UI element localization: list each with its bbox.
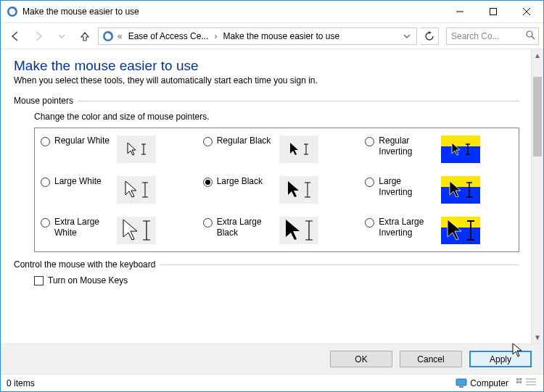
radio-icon xyxy=(203,178,213,187)
mouse-keys-checkbox-row[interactable]: Turn on Mouse Keys xyxy=(34,275,519,285)
radio-icon xyxy=(365,137,374,146)
option-extra-large-black[interactable]: Extra Large Black xyxy=(203,217,351,244)
pointer-swatch xyxy=(117,135,156,163)
option-label: Regular Inverting xyxy=(379,135,437,157)
option-regular-white[interactable]: Regular White xyxy=(41,135,189,163)
status-bar: 0 items Computer xyxy=(1,374,543,391)
option-label: Regular Black xyxy=(217,135,275,146)
svg-rect-4 xyxy=(490,9,497,15)
option-label: Large White xyxy=(54,176,112,187)
radio-icon xyxy=(365,178,374,187)
svg-rect-12 xyxy=(456,379,466,385)
option-large-inverting[interactable]: Large Inverting xyxy=(365,176,513,204)
svg-line-5 xyxy=(523,8,530,15)
breadcrumb-crumb-1[interactable]: Ease of Access Ce... xyxy=(125,28,212,44)
cancel-button[interactable]: Cancel xyxy=(400,351,462,367)
scroll-down-icon[interactable]: ▼ xyxy=(532,331,543,343)
status-computer: Computer xyxy=(456,378,508,388)
svg-rect-15 xyxy=(519,378,522,380)
option-large-white[interactable]: Large White xyxy=(41,176,189,204)
option-label: Regular White xyxy=(54,135,112,146)
button-bar: OK Cancel Apply xyxy=(1,343,543,374)
maximize-button[interactable] xyxy=(477,1,510,22)
view-icons[interactable] xyxy=(516,377,537,389)
group-pointers-title: Mouse pointers xyxy=(14,96,73,106)
svg-rect-14 xyxy=(516,378,519,380)
minimize-button[interactable] xyxy=(443,1,477,22)
scroll-up-icon[interactable]: ▲ xyxy=(532,49,543,62)
search-icon[interactable] xyxy=(526,30,535,42)
radio-icon xyxy=(41,178,50,187)
option-extra-large-white[interactable]: Extra Large White xyxy=(41,217,189,244)
option-label: Extra Large Black xyxy=(217,217,275,238)
app-icon xyxy=(7,6,18,17)
radio-icon xyxy=(41,137,50,146)
option-regular-black[interactable]: Regular Black xyxy=(203,135,351,163)
svg-point-10 xyxy=(527,31,532,37)
checkbox-icon xyxy=(34,276,44,285)
close-button[interactable] xyxy=(510,1,543,22)
option-extra-large-inverting[interactable]: Extra Large Inverting xyxy=(365,217,513,244)
content-area: Make the mouse easier to use When you se… xyxy=(1,49,531,343)
pointer-swatch xyxy=(117,217,156,244)
svg-line-6 xyxy=(523,8,530,15)
status-items: 0 items xyxy=(7,378,35,388)
option-label: Large Black xyxy=(217,176,275,187)
apply-button[interactable]: Apply xyxy=(469,351,532,367)
pointer-swatch xyxy=(441,135,480,163)
breadcrumb[interactable]: « Ease of Access Ce... › Make the mouse … xyxy=(98,28,417,45)
pointer-swatch xyxy=(441,176,480,204)
svg-line-11 xyxy=(532,36,535,39)
refresh-button[interactable] xyxy=(420,28,439,45)
group-mouse-pointers: Mouse pointers Change the color and size… xyxy=(14,96,519,252)
option-label: Large Inverting xyxy=(379,176,437,198)
forward-button[interactable] xyxy=(28,26,49,46)
ok-button[interactable]: OK xyxy=(330,351,392,367)
pointer-swatch xyxy=(117,176,156,204)
pointer-swatch xyxy=(279,176,318,204)
option-label: Extra Large White xyxy=(54,217,112,238)
group-pointers-desc: Change the color and size of mouse point… xyxy=(34,112,519,122)
computer-icon xyxy=(456,378,467,388)
search-input[interactable] xyxy=(450,30,516,42)
svg-marker-9 xyxy=(429,31,432,34)
recent-dropdown-icon[interactable] xyxy=(51,26,72,46)
radio-icon xyxy=(365,218,374,228)
chevron-right-icon[interactable]: › xyxy=(213,31,218,41)
svg-rect-17 xyxy=(519,381,522,383)
pointer-options-box: Regular White Regular Black xyxy=(34,128,519,252)
pointer-swatch xyxy=(279,135,318,163)
search-box[interactable] xyxy=(446,28,539,45)
page-subtitle: When you select these tools, they will a… xyxy=(14,75,519,86)
svg-rect-13 xyxy=(459,386,463,388)
svg-rect-16 xyxy=(516,381,519,383)
option-label: Extra Large Inverting xyxy=(379,217,437,238)
navbar: « Ease of Access Ce... › Make the mouse … xyxy=(1,23,543,49)
up-button[interactable] xyxy=(75,26,95,46)
window-title: Make the mouse easier to use xyxy=(22,7,139,17)
option-large-black[interactable]: Large Black xyxy=(203,176,351,204)
titlebar: Make the mouse easier to use xyxy=(1,1,543,23)
back-button[interactable] xyxy=(5,26,25,46)
mouse-keys-label: Turn on Mouse Keys xyxy=(48,275,128,285)
group-keyboard: Control the mouse with the keyboard Turn… xyxy=(14,259,519,285)
pointer-swatch xyxy=(279,217,318,244)
page-title: Make the mouse easier to use xyxy=(14,58,519,74)
radio-icon xyxy=(203,218,213,228)
radio-icon xyxy=(41,218,50,228)
breadcrumb-dropdown-icon[interactable] xyxy=(400,33,413,40)
breadcrumb-crumb-2[interactable]: Make the mouse easier to use xyxy=(220,28,342,44)
option-regular-inverting[interactable]: Regular Inverting xyxy=(365,135,513,163)
breadcrumb-icon xyxy=(102,30,115,43)
pointer-swatch xyxy=(441,217,480,244)
chevron-left-icon[interactable]: « xyxy=(116,31,124,41)
scroll-thumb[interactable] xyxy=(533,77,542,157)
window-root: Make the mouse easier to use « Ease of A… xyxy=(0,0,544,392)
scrollbar[interactable]: ▲ ▼ xyxy=(531,49,543,343)
radio-icon xyxy=(203,137,213,146)
group-keyboard-title: Control the mouse with the keyboard xyxy=(14,259,155,270)
